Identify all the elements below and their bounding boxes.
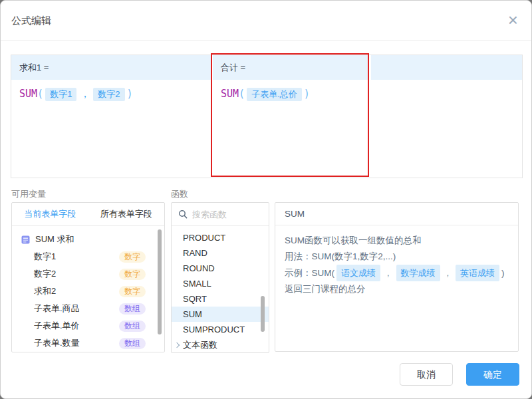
formula-header-strip <box>11 55 522 80</box>
tree-root-label: SUM 求和 <box>35 233 74 245</box>
function-search <box>172 203 269 226</box>
header-gap <box>211 55 213 80</box>
variable-label: 子表单.数量 <box>34 337 80 349</box>
functions-scrollbar[interactable] <box>261 296 265 332</box>
function-group-text[interactable]: 文本函数 <box>172 337 269 352</box>
function-row[interactable]: RAND <box>172 245 269 261</box>
dialog-title: 公式编辑 <box>11 15 51 27</box>
variable-label: 子表单.商品 <box>34 303 80 315</box>
variable-chip[interactable]: 数字1 <box>45 88 76 101</box>
header-gap <box>369 55 371 80</box>
variable-chip[interactable]: 子表单.总价 <box>247 88 302 101</box>
function-row[interactable]: SMALL <box>172 276 269 291</box>
dialog-titlebar: 公式编辑 × <box>1 1 531 41</box>
cancel-button[interactable]: 取消 <box>400 363 453 386</box>
variable-label: 数字1 <box>34 251 56 263</box>
form-icon <box>21 235 30 244</box>
function-rows: PRODUCT RAND ROUND SMALL SQRT SUM SUMPRO… <box>172 230 269 337</box>
example-prefix: 示例：SUM( <box>285 268 334 278</box>
formula-cell-right-title: 合计 = <box>221 55 245 80</box>
open-paren: ( <box>239 88 245 100</box>
function-row[interactable]: PRODUCT <box>172 230 269 245</box>
variable-row[interactable]: 数组 <box>12 352 164 352</box>
variable-label: 子表单.单价 <box>34 320 80 332</box>
confirm-button[interactable]: 确定 <box>466 363 519 386</box>
variable-type-tag: 数字 <box>119 269 146 280</box>
variable-type-tag: 数组 <box>119 303 146 315</box>
formula-cell-left-title: 求和1 = <box>19 55 49 80</box>
comma-token: ， <box>384 268 393 278</box>
description-body: SUM函数可以获取一组数值的总和 用法：SUM(数字1,数字2,...) 示例：… <box>275 225 518 305</box>
variable-row[interactable]: 子表单.数量 数组 <box>12 334 164 352</box>
variable-label: 数字2 <box>34 268 56 280</box>
variables-tabs: 当前表单字段 所有表单字段 <box>12 203 164 226</box>
functions-panel: PRODUCT RAND ROUND SMALL SQRT SUM SUMPRO… <box>171 202 269 353</box>
variable-type-tag: 数组 <box>119 321 146 332</box>
variable-label: 求和2 <box>34 285 56 297</box>
variable-type-tag: 数字 <box>119 286 146 297</box>
description-example: 示例：SUM(语文成绩，数学成绩，英语成绩)返回三门课程的总分 <box>285 265 509 297</box>
function-description-panel: SUM SUM函数可以获取一组数值的总和 用法：SUM(数字1,数字2,...)… <box>275 202 519 352</box>
formula-expression-right[interactable]: SUM(子表单.总价) <box>221 88 310 101</box>
tree-root-form[interactable]: SUM 求和 <box>12 231 164 248</box>
variable-chip[interactable]: 数字2 <box>93 88 124 101</box>
function-list: PRODUCT RAND ROUND SMALL SQRT SUM SUMPRO… <box>172 226 269 352</box>
description-summary: SUM函数可以获取一组数值的总和 <box>285 233 509 248</box>
tab-current-form-fields[interactable]: 当前表单字段 <box>12 203 88 225</box>
function-row[interactable]: ROUND <box>172 261 269 276</box>
function-name: SUM <box>221 88 239 100</box>
description-usage: 用法：SUM(数字1,数字2,...) <box>285 249 509 264</box>
comma-token: ， <box>80 88 90 100</box>
function-row[interactable]: SUMPRODUCT <box>172 322 269 337</box>
description-title: SUM <box>275 203 518 225</box>
variable-row[interactable]: 数字1 数字 <box>12 248 164 265</box>
variable-row[interactable]: 子表单.商品 数组 <box>12 300 164 317</box>
formula-panel: 求和1 = 合计 = SUM(数字1，数字2) SUM(子表单.总价) <box>11 55 523 178</box>
variable-type-tag: 数组 <box>119 338 146 349</box>
formula-expression-left[interactable]: SUM(数字1，数字2) <box>19 88 133 101</box>
variables-list: SUM 求和 数字1 数字 数字2 数字 求和2 <box>12 226 164 352</box>
variables-panel: 当前表单字段 所有表单字段 SUM 求和 数字1 数字 <box>11 202 165 352</box>
function-row[interactable]: SUM <box>172 307 269 322</box>
close-paren: ) <box>304 88 310 100</box>
variables-scrollbar[interactable] <box>158 229 162 334</box>
variable-row[interactable]: 数字2 数字 <box>12 265 164 283</box>
open-paren: ( <box>37 88 43 100</box>
functions-section-label: 函数 <box>171 188 188 200</box>
search-icon <box>178 209 188 219</box>
example-chip: 英语成绩 <box>456 265 499 281</box>
example-chip: 数学成绩 <box>396 265 440 281</box>
function-row[interactable]: SQRT <box>172 291 269 307</box>
formula-edit-dialog: 公式编辑 × 求和1 = 合计 = SUM(数字1，数字2) SUM(子表单.总… <box>0 0 532 399</box>
function-search-input[interactable] <box>192 209 262 219</box>
chevron-right-icon <box>174 342 180 347</box>
variable-type-tag: 数字 <box>119 251 146 263</box>
function-group-label: 文本函数 <box>183 339 217 351</box>
comma-token: ， <box>444 268 453 278</box>
variable-rows: 数字1 数字 数字2 数字 求和2 数字 子表单.商品 <box>12 248 164 352</box>
tab-all-form-fields[interactable]: 所有表单字段 <box>88 203 165 225</box>
close-icon[interactable]: × <box>508 10 518 30</box>
variable-row[interactable]: 子表单.单价 数组 <box>12 317 164 334</box>
variable-type-tag: 数组 <box>119 352 146 352</box>
example-chip: 语文成绩 <box>336 265 380 281</box>
close-paren: ) <box>127 88 133 100</box>
variable-row[interactable]: 求和2 数字 <box>12 283 164 300</box>
variables-section-label: 可用变量 <box>11 188 46 200</box>
function-name: SUM <box>19 88 37 100</box>
